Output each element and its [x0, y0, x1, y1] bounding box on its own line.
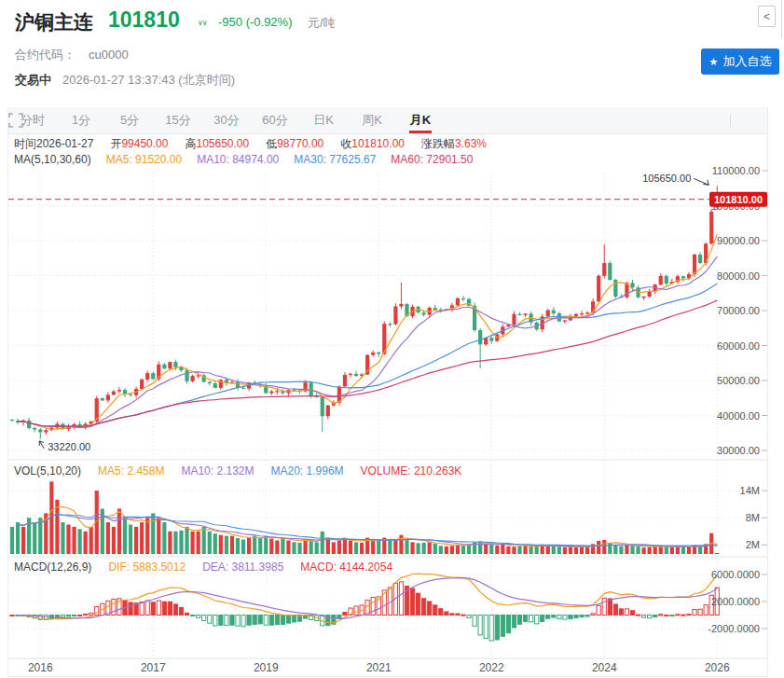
chart-widget: 分时 1分 5分 15分 30分 60分 日K 周K 月K 时间2026-01-… [7, 107, 768, 677]
svg-text:110000.00: 110000.00 [712, 165, 760, 176]
contract-code: cu0000 [89, 48, 129, 62]
svg-text:-2000.0000: -2000.0000 [708, 623, 760, 634]
svg-text:60000.00: 60000.00 [717, 340, 760, 352]
add-watchlist-label: 加入自选 [722, 53, 771, 70]
svg-text:2017: 2017 [141, 661, 166, 674]
svg-text:105650.00: 105650.00 [642, 173, 691, 184]
svg-text:70000.00: 70000.00 [717, 305, 760, 316]
price-volume-macd-chart[interactable]: 110000.00100000.0090000.0080000.0070000.… [8, 107, 767, 676]
price-change: -950 (-0.92%) [218, 15, 292, 29]
svg-text:33220.00: 33220.00 [48, 441, 90, 452]
svg-text:2021: 2021 [366, 661, 392, 674]
price-unit: 元/吨 [308, 15, 336, 32]
svg-text:2M: 2M [746, 539, 760, 550]
svg-text:80000.00: 80000.00 [717, 270, 760, 282]
svg-text:50000.00: 50000.00 [717, 375, 760, 386]
star-icon: ★ [709, 56, 719, 68]
svg-text:6000.0000: 6000.0000 [711, 569, 760, 580]
price-trend-down-icon: ∨∨ [198, 19, 207, 27]
page: { "header": { "title": "沪铜主连", "price": … [0, 0, 784, 678]
quote-datetime: 2026-01-27 13:37:43 (北京时间) [62, 73, 235, 87]
add-watchlist-button[interactable]: ★ 加入自选 [701, 48, 779, 75]
svg-text:2016: 2016 [28, 661, 53, 674]
svg-text:2000.0000: 2000.0000 [711, 596, 760, 607]
svg-text:14M: 14M [740, 485, 760, 496]
svg-text:101810.00: 101810.00 [714, 194, 763, 205]
svg-text:2024: 2024 [592, 661, 617, 674]
svg-text:2019: 2019 [254, 661, 279, 674]
contract-code-label: 合约代码： [15, 48, 76, 62]
svg-text:40000.00: 40000.00 [717, 410, 760, 422]
svg-text:8M: 8M [746, 512, 760, 523]
session-row: 交易中2026-01-27 13:37:43 (北京时间) [15, 72, 235, 89]
collapse-panel-button[interactable]: < [758, 6, 776, 27]
contract-row: 合约代码：cu0000 [15, 47, 129, 63]
last-price: 101810 [108, 7, 180, 33]
svg-text:2026: 2026 [705, 661, 730, 674]
trading-status: 交易中 [15, 73, 51, 87]
instrument-title: 沪铜主连 [15, 9, 93, 35]
svg-text:30000.00: 30000.00 [717, 445, 760, 456]
svg-text:2022: 2022 [479, 661, 504, 674]
panel-edge-divider [781, 0, 782, 37]
svg-text:90000.00: 90000.00 [717, 235, 760, 246]
chevron-left-icon: < [763, 10, 770, 23]
